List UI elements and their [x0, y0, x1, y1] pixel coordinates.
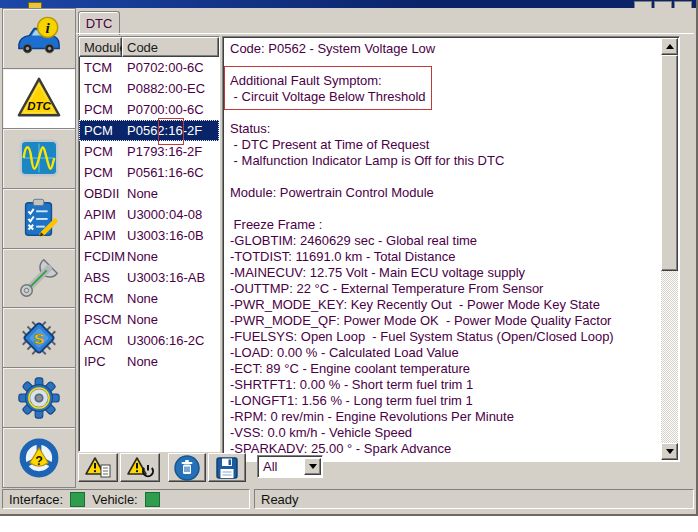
trash-icon — [174, 455, 200, 481]
table-row[interactable]: RCMNone — [79, 288, 219, 309]
vehicle-label: Vehicle: — [92, 492, 138, 507]
statusbar: Interface: Vehicle: Ready — [2, 489, 694, 511]
vehicle-status-led — [145, 492, 160, 507]
table-row[interactable]: FCDIMNone — [79, 246, 219, 267]
sidebar-item-settings[interactable] — [2, 367, 76, 427]
detail-line: Additional Fault Symptom: — [230, 73, 659, 89]
detail-line: -PWR_MODE_KEY: Key Recently Out - Power … — [230, 297, 659, 313]
dropdown-button[interactable] — [304, 458, 321, 475]
cell-code: P0882:00-EC — [123, 81, 219, 96]
arrow-up-icon — [666, 44, 674, 49]
tab-dtc[interactable]: DTC — [78, 11, 120, 35]
service-wrench-icon — [15, 255, 63, 301]
cell-module: TCM — [79, 60, 123, 75]
cell-code: None — [123, 186, 219, 201]
sidebar-item-service[interactable] — [2, 248, 76, 308]
cell-code: U3003:16-AB — [123, 270, 219, 285]
connection-status-panel: Interface: Vehicle: — [2, 489, 250, 509]
cell-code: P0561:16-6C — [123, 165, 219, 180]
column-header-code[interactable]: Code — [122, 37, 219, 57]
table-row[interactable]: TCMP0702:00-6C — [79, 57, 219, 78]
table-row[interactable]: PSCMNone — [79, 309, 219, 330]
detail-line: Status: — [230, 121, 659, 137]
minimize-button[interactable] — [634, 1, 652, 8]
dtc-filter-value: All — [258, 459, 304, 474]
detail-line: -GLOBTIM: 2460629 sec - Global real time — [230, 233, 659, 249]
cell-module: PCM — [79, 165, 123, 180]
save-dtc-button[interactable] — [208, 453, 246, 482]
titlebar — [0, 0, 696, 8]
scrollbar-track[interactable] — [661, 271, 678, 443]
cell-module: PCM — [79, 123, 123, 138]
detail-line: -PWR_MODE_QF: Power Mode OK - Power Mode… — [230, 313, 659, 329]
table-row[interactable]: PCMP1793:16-2F — [79, 141, 219, 162]
cell-code: P0562:16-2F — [123, 123, 219, 138]
cell-code: None — [123, 354, 219, 369]
window-buttons — [634, 1, 692, 8]
status-message: Ready — [261, 492, 299, 507]
column-header-module[interactable]: Module — [79, 37, 122, 57]
dtc-filter-dropdown[interactable]: All — [257, 455, 323, 478]
cell-module: PCM — [79, 144, 123, 159]
cell-code: P0700:00-6C — [123, 102, 219, 117]
sidebar-item-tests[interactable] — [2, 188, 76, 248]
vehicle-info-icon: i — [15, 15, 63, 61]
scrollbar-thumb[interactable] — [661, 55, 678, 271]
scroll-down-button[interactable] — [661, 443, 678, 460]
table-row[interactable]: APIMU3003:16-0B — [79, 225, 219, 246]
table-row[interactable]: PCMP0700:00-6C — [79, 99, 219, 120]
sidebar-item-dtc[interactable]: DTC — [2, 68, 76, 128]
table-row[interactable]: OBDIINone — [79, 183, 219, 204]
chevron-down-icon — [309, 464, 317, 469]
sidebar-item-oscilloscope[interactable] — [2, 128, 76, 188]
cell-module: PCM — [79, 102, 123, 117]
read-dtc-icon — [84, 456, 112, 480]
arrow-down-icon — [666, 449, 674, 454]
detail-line — [230, 201, 659, 217]
cell-module: APIM — [79, 207, 123, 222]
table-row[interactable]: TCMP0882:00-EC — [79, 78, 219, 99]
table-row-selected[interactable]: PCMP0562:16-2F — [79, 120, 219, 141]
cell-module: TCM — [79, 81, 123, 96]
cell-code: U3006:16-2C — [123, 333, 219, 348]
detail-line: - Malfunction Indicator Lamp is Off for … — [230, 153, 659, 169]
cell-module: ACM — [79, 333, 123, 348]
detail-line: -TOTDIST: 11691.0 km - Total Distance — [230, 249, 659, 265]
cell-code: P1793:16-2F — [123, 144, 219, 159]
sidebar-item-vehicle-info[interactable]: i — [2, 8, 76, 68]
cell-code: None — [123, 312, 219, 327]
read-dtc-on-demand-button[interactable] — [120, 453, 160, 482]
cell-module: FCDIM — [79, 249, 123, 264]
read-dtc-button[interactable] — [78, 453, 118, 482]
table-row[interactable]: APIMU3000:04-08 — [79, 204, 219, 225]
cell-module: ABS — [79, 270, 123, 285]
maximize-button[interactable] — [654, 1, 672, 8]
sidebar-item-help[interactable]: ? — [2, 427, 76, 488]
detail-line: -VSS: 0.0 km/h - Vehicle Speed — [230, 425, 659, 441]
detail-line: Module: Powertrain Control Module — [230, 185, 659, 201]
sidebar: i DTC — [2, 8, 76, 488]
table-row[interactable]: PCMP0561:16-6C — [79, 162, 219, 183]
detail-line: -SHRTFT1: 0.00 % - Short term fuel trim … — [230, 377, 659, 393]
cell-module: OBDII — [79, 186, 123, 201]
save-floppy-icon — [214, 455, 240, 481]
detail-line: -MAINECUV: 12.75 Volt - Main ECU voltage… — [230, 265, 659, 281]
oscilloscope-icon — [15, 135, 63, 181]
close-button[interactable] — [674, 1, 692, 8]
detail-line: -RPM: 0 rev/min - Engine Revolutions Per… — [230, 409, 659, 425]
status-message-panel: Ready — [254, 489, 694, 509]
scroll-up-button[interactable] — [661, 38, 678, 55]
svg-text:DTC: DTC — [27, 101, 51, 113]
vertical-scrollbar[interactable] — [661, 38, 678, 460]
detail-line: -OUTTMP: 22 °C - External Temperature Fr… — [230, 281, 659, 297]
sidebar-item-programming[interactable]: S — [2, 307, 76, 367]
svg-text:S: S — [34, 330, 44, 347]
detail-line — [230, 57, 659, 73]
table-row[interactable]: ACMU3006:16-2C — [79, 330, 219, 351]
table-row[interactable]: ABSU3003:16-AB — [79, 267, 219, 288]
settings-gear-icon — [15, 375, 63, 421]
clear-dtc-button[interactable] — [168, 453, 206, 482]
table-row[interactable]: IPCNone — [79, 351, 219, 372]
detail-line: - DTC Present at Time of Request — [230, 137, 659, 153]
detail-line: Code: P0562 - System Voltage Low — [230, 41, 659, 57]
